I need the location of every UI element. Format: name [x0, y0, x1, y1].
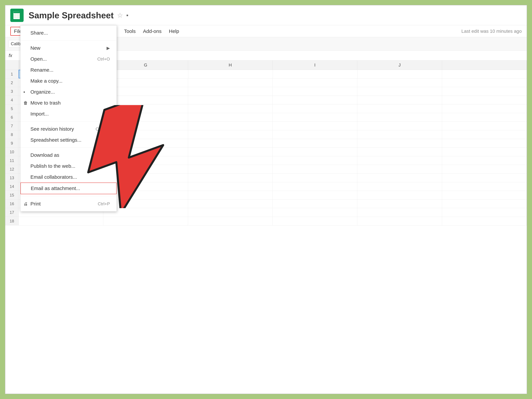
grid-cell[interactable]: [442, 191, 527, 199]
grid-cell[interactable]: [188, 148, 273, 156]
grid-cell[interactable]: [357, 165, 442, 173]
grid-cell[interactable]: [357, 113, 442, 121]
grid-cell[interactable]: [188, 87, 273, 95]
grid-cell[interactable]: [188, 113, 273, 121]
grid-cell[interactable]: [357, 70, 442, 78]
grid-cell[interactable]: [442, 113, 527, 121]
grid-cell[interactable]: [357, 96, 442, 104]
grid-cell[interactable]: [357, 156, 442, 165]
grid-cell[interactable]: [357, 208, 442, 217]
grid-cell[interactable]: [188, 200, 273, 208]
menu-item-trash[interactable]: 🗑 Move to trash: [20, 97, 117, 108]
grid-cell[interactable]: [273, 78, 357, 87]
menu-item-import[interactable]: Import...: [20, 108, 117, 119]
menu-item-download[interactable]: Download as: [20, 150, 117, 161]
grid-cell[interactable]: [442, 96, 527, 104]
grid-cell[interactable]: [442, 78, 527, 87]
menu-item-copy[interactable]: Make a copy...: [20, 76, 117, 86]
grid-cell[interactable]: [357, 174, 442, 182]
row-number: 12: [5, 165, 19, 173]
grid-cell[interactable]: [442, 139, 527, 147]
grid-cell[interactable]: [273, 191, 357, 199]
grid-cell[interactable]: [188, 165, 273, 173]
col-header-h: H: [188, 61, 273, 70]
grid-cell[interactable]: [273, 208, 357, 217]
grid-cell[interactable]: [273, 113, 357, 121]
grid-cell[interactable]: [188, 78, 273, 87]
grid-cell[interactable]: [273, 139, 357, 147]
grid-cell[interactable]: [442, 217, 527, 225]
grid-cell[interactable]: [273, 200, 357, 208]
grid-cell[interactable]: [442, 174, 527, 182]
svg-rect-15: [17, 17, 20, 18]
menu-item-print[interactable]: 🖨 Print Ctrl+P: [20, 198, 117, 209]
row-number: 8: [5, 130, 19, 139]
grid-cell[interactable]: [442, 200, 527, 208]
grid-cell[interactable]: [357, 191, 442, 199]
star-icon[interactable]: ☆: [117, 12, 123, 19]
grid-cell[interactable]: [357, 139, 442, 147]
grid-cell[interactable]: [188, 208, 273, 217]
col-header-j: J: [357, 61, 442, 70]
grid-cell[interactable]: [188, 96, 273, 104]
grid-cell[interactable]: [103, 217, 188, 225]
folder-icon[interactable]: ▪: [126, 12, 128, 19]
grid-cell[interactable]: [19, 217, 103, 225]
menu-item-new[interactable]: New ▶: [20, 43, 117, 54]
grid-cell[interactable]: [188, 130, 273, 139]
grid-cell[interactable]: [442, 208, 527, 217]
grid-cell[interactable]: [442, 156, 527, 165]
grid-cell[interactable]: [188, 174, 273, 182]
grid-cell[interactable]: [273, 87, 357, 95]
menu-item-publish[interactable]: Publish to the web...: [20, 161, 117, 171]
grid-cell[interactable]: [357, 122, 442, 130]
menu-item-share[interactable]: Share...: [20, 27, 117, 38]
grid-cell[interactable]: [273, 130, 357, 139]
grid-cell[interactable]: [357, 87, 442, 95]
grid-cell[interactable]: [188, 182, 273, 191]
grid-cell[interactable]: [442, 104, 527, 113]
grid-cell[interactable]: [273, 165, 357, 173]
grid-cell[interactable]: [357, 182, 442, 191]
grid-cell[interactable]: [188, 156, 273, 165]
grid-cell[interactable]: [273, 217, 357, 225]
last-edit-label: Last edit was 10 minutes ago: [461, 29, 522, 34]
grid-cell[interactable]: [442, 122, 527, 130]
grid-cell[interactable]: [273, 70, 357, 78]
grid-cell[interactable]: [273, 122, 357, 130]
grid-cell[interactable]: [357, 78, 442, 87]
menu-item-rename[interactable]: Rename...: [20, 64, 117, 76]
grid-cell[interactable]: [188, 104, 273, 113]
menu-item-email-collaborators[interactable]: Email collaborators...: [20, 171, 117, 183]
grid-cell[interactable]: [357, 130, 442, 139]
menu-item-open[interactable]: Open... Ctrl+O: [20, 54, 117, 64]
grid-cell[interactable]: [188, 70, 273, 78]
menu-item-revision-history[interactable]: See revision history Ctrl+Alt: [20, 124, 117, 134]
menu-item-spreadsheet-settings[interactable]: Spreadsheet settings...: [20, 134, 117, 146]
grid-cell[interactable]: [442, 165, 527, 173]
menu-tools[interactable]: Tools: [120, 27, 139, 36]
menu-item-email-attachment[interactable]: Email as attachment...: [20, 183, 117, 194]
menu-help[interactable]: Help: [165, 27, 183, 36]
grid-cell[interactable]: [357, 200, 442, 208]
grid-cell[interactable]: [273, 104, 357, 113]
menu-addons[interactable]: Add-ons: [139, 27, 165, 36]
grid-cell[interactable]: [442, 148, 527, 156]
grid-cell[interactable]: [442, 87, 527, 95]
grid-cell[interactable]: [442, 182, 527, 191]
grid-cell[interactable]: [357, 148, 442, 156]
grid-cell[interactable]: [273, 182, 357, 191]
grid-cell[interactable]: [273, 148, 357, 156]
grid-cell[interactable]: [188, 191, 273, 199]
grid-cell[interactable]: [188, 139, 273, 147]
grid-cell[interactable]: [188, 122, 273, 130]
grid-cell[interactable]: [442, 130, 527, 139]
grid-cell[interactable]: [273, 96, 357, 104]
grid-cell[interactable]: [273, 174, 357, 182]
grid-cell[interactable]: [357, 217, 442, 225]
grid-cell[interactable]: [188, 217, 273, 225]
menu-item-organize[interactable]: ▪ Organize...: [20, 86, 117, 97]
grid-cell[interactable]: [357, 104, 442, 113]
grid-cell[interactable]: [273, 156, 357, 165]
grid-cell[interactable]: [442, 70, 527, 78]
